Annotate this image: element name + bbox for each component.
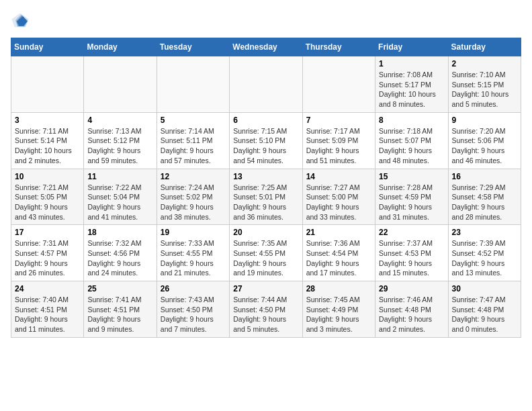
weekday-header: Friday (375, 38, 448, 56)
day-number: 25 (87, 284, 152, 293)
calendar-cell (302, 56, 375, 113)
calendar-cell: 20Sunrise: 7:35 AM Sunset: 4:55 PM Dayli… (230, 225, 302, 281)
day-number: 24 (15, 284, 80, 293)
calendar-week-row: 3Sunrise: 7:11 AM Sunset: 5:14 PM Daylig… (11, 112, 521, 169)
calendar-cell (157, 56, 229, 113)
calendar-week-row: 17Sunrise: 7:31 AM Sunset: 4:57 PM Dayli… (11, 225, 521, 281)
day-info: Sunrise: 7:32 AM Sunset: 4:56 PM Dayligh… (87, 238, 152, 278)
day-info: Sunrise: 7:46 AM Sunset: 4:48 PM Dayligh… (379, 295, 444, 334)
calendar-cell: 17Sunrise: 7:31 AM Sunset: 4:57 PM Dayli… (11, 225, 84, 281)
calendar-week-row: 1Sunrise: 7:08 AM Sunset: 5:17 PM Daylig… (11, 56, 521, 113)
day-info: Sunrise: 7:29 AM Sunset: 4:58 PM Dayligh… (452, 183, 517, 222)
calendar-cell: 16Sunrise: 7:29 AM Sunset: 4:58 PM Dayli… (448, 169, 521, 225)
calendar-cell (230, 56, 302, 113)
calendar-cell: 3Sunrise: 7:11 AM Sunset: 5:14 PM Daylig… (11, 112, 84, 169)
calendar: SundayMondayTuesdayWednesdayThursdayFrid… (11, 38, 521, 338)
weekday-header: Saturday (448, 38, 521, 56)
calendar-cell: 10Sunrise: 7:21 AM Sunset: 5:05 PM Dayli… (11, 169, 84, 225)
calendar-cell: 12Sunrise: 7:24 AM Sunset: 5:02 PM Dayli… (157, 169, 229, 225)
calendar-cell: 28Sunrise: 7:45 AM Sunset: 4:49 PM Dayli… (302, 281, 375, 338)
calendar-cell: 19Sunrise: 7:33 AM Sunset: 4:55 PM Dayli… (157, 225, 229, 281)
calendar-cell: 4Sunrise: 7:13 AM Sunset: 5:12 PM Daylig… (84, 112, 157, 169)
day-info: Sunrise: 7:31 AM Sunset: 4:57 PM Dayligh… (15, 238, 80, 278)
day-info: Sunrise: 7:21 AM Sunset: 5:05 PM Dayligh… (15, 183, 80, 222)
day-info: Sunrise: 7:24 AM Sunset: 5:02 PM Dayligh… (161, 183, 226, 222)
weekday-header: Tuesday (157, 38, 229, 56)
day-number: 29 (379, 284, 444, 293)
calendar-cell: 29Sunrise: 7:46 AM Sunset: 4:48 PM Dayli… (375, 281, 448, 338)
calendar-cell: 5Sunrise: 7:14 AM Sunset: 5:11 PM Daylig… (157, 112, 229, 169)
day-info: Sunrise: 7:10 AM Sunset: 5:15 PM Dayligh… (452, 70, 517, 109)
calendar-cell: 2Sunrise: 7:10 AM Sunset: 5:15 PM Daylig… (448, 56, 521, 113)
day-number: 21 (306, 228, 371, 237)
calendar-week-row: 10Sunrise: 7:21 AM Sunset: 5:05 PM Dayli… (11, 169, 521, 225)
logo (11, 11, 32, 30)
calendar-week-row: 24Sunrise: 7:40 AM Sunset: 4:51 PM Dayli… (11, 281, 521, 338)
calendar-cell: 22Sunrise: 7:37 AM Sunset: 4:53 PM Dayli… (375, 225, 448, 281)
weekday-header: Thursday (302, 38, 375, 56)
day-info: Sunrise: 7:40 AM Sunset: 4:51 PM Dayligh… (15, 295, 80, 334)
day-info: Sunrise: 7:35 AM Sunset: 4:55 PM Dayligh… (233, 238, 298, 278)
day-number: 7 (306, 116, 371, 125)
day-number: 20 (233, 228, 298, 237)
calendar-cell: 30Sunrise: 7:47 AM Sunset: 4:48 PM Dayli… (448, 281, 521, 338)
calendar-cell (11, 56, 84, 113)
calendar-cell: 14Sunrise: 7:27 AM Sunset: 5:00 PM Dayli… (302, 169, 375, 225)
day-number: 26 (161, 284, 226, 293)
weekday-header: Sunday (11, 38, 84, 56)
day-number: 16 (452, 172, 517, 181)
calendar-cell: 27Sunrise: 7:44 AM Sunset: 4:50 PM Dayli… (230, 281, 302, 338)
calendar-cell: 21Sunrise: 7:36 AM Sunset: 4:54 PM Dayli… (302, 225, 375, 281)
calendar-cell: 25Sunrise: 7:41 AM Sunset: 4:51 PM Dayli… (84, 281, 157, 338)
logo-icon (11, 11, 30, 30)
day-number: 22 (379, 228, 444, 237)
day-info: Sunrise: 7:39 AM Sunset: 4:52 PM Dayligh… (452, 238, 517, 278)
day-info: Sunrise: 7:17 AM Sunset: 5:09 PM Dayligh… (306, 126, 371, 166)
day-info: Sunrise: 7:41 AM Sunset: 4:51 PM Dayligh… (87, 295, 152, 334)
day-number: 3 (15, 116, 80, 125)
day-number: 23 (452, 228, 517, 237)
calendar-cell: 18Sunrise: 7:32 AM Sunset: 4:56 PM Dayli… (84, 225, 157, 281)
day-number: 8 (379, 116, 444, 125)
calendar-cell: 8Sunrise: 7:18 AM Sunset: 5:07 PM Daylig… (375, 112, 448, 169)
day-number: 9 (452, 116, 517, 125)
day-info: Sunrise: 7:36 AM Sunset: 4:54 PM Dayligh… (306, 238, 371, 278)
calendar-cell: 15Sunrise: 7:28 AM Sunset: 4:59 PM Dayli… (375, 169, 448, 225)
day-info: Sunrise: 7:27 AM Sunset: 5:00 PM Dayligh… (306, 183, 371, 222)
day-info: Sunrise: 7:25 AM Sunset: 5:01 PM Dayligh… (233, 183, 298, 222)
page-header (11, 11, 521, 30)
day-info: Sunrise: 7:08 AM Sunset: 5:17 PM Dayligh… (379, 70, 444, 109)
day-info: Sunrise: 7:20 AM Sunset: 5:06 PM Dayligh… (452, 126, 517, 166)
day-info: Sunrise: 7:13 AM Sunset: 5:12 PM Dayligh… (87, 126, 152, 166)
day-number: 5 (161, 116, 226, 125)
day-number: 27 (233, 284, 298, 293)
day-number: 13 (233, 172, 298, 181)
calendar-cell: 13Sunrise: 7:25 AM Sunset: 5:01 PM Dayli… (230, 169, 302, 225)
day-number: 30 (452, 284, 517, 293)
calendar-cell: 26Sunrise: 7:43 AM Sunset: 4:50 PM Dayli… (157, 281, 229, 338)
day-number: 10 (15, 172, 80, 181)
weekday-header-row: SundayMondayTuesdayWednesdayThursdayFrid… (11, 38, 521, 56)
day-info: Sunrise: 7:28 AM Sunset: 4:59 PM Dayligh… (379, 183, 444, 222)
weekday-header: Monday (84, 38, 157, 56)
calendar-cell: 1Sunrise: 7:08 AM Sunset: 5:17 PM Daylig… (375, 56, 448, 113)
calendar-cell: 9Sunrise: 7:20 AM Sunset: 5:06 PM Daylig… (448, 112, 521, 169)
day-number: 4 (87, 116, 152, 125)
day-number: 15 (379, 172, 444, 181)
day-info: Sunrise: 7:37 AM Sunset: 4:53 PM Dayligh… (379, 238, 444, 278)
day-number: 14 (306, 172, 371, 181)
day-number: 2 (452, 59, 517, 68)
calendar-cell: 11Sunrise: 7:22 AM Sunset: 5:04 PM Dayli… (84, 169, 157, 225)
day-info: Sunrise: 7:43 AM Sunset: 4:50 PM Dayligh… (161, 295, 226, 334)
day-number: 6 (233, 116, 298, 125)
day-info: Sunrise: 7:14 AM Sunset: 5:11 PM Dayligh… (161, 126, 226, 166)
calendar-cell: 24Sunrise: 7:40 AM Sunset: 4:51 PM Dayli… (11, 281, 84, 338)
day-number: 18 (87, 228, 152, 237)
day-info: Sunrise: 7:45 AM Sunset: 4:49 PM Dayligh… (306, 295, 371, 334)
calendar-cell: 7Sunrise: 7:17 AM Sunset: 5:09 PM Daylig… (302, 112, 375, 169)
day-info: Sunrise: 7:18 AM Sunset: 5:07 PM Dayligh… (379, 126, 444, 166)
weekday-header: Wednesday (230, 38, 302, 56)
day-number: 11 (87, 172, 152, 181)
day-info: Sunrise: 7:22 AM Sunset: 5:04 PM Dayligh… (87, 183, 152, 222)
day-info: Sunrise: 7:47 AM Sunset: 4:48 PM Dayligh… (452, 295, 517, 334)
